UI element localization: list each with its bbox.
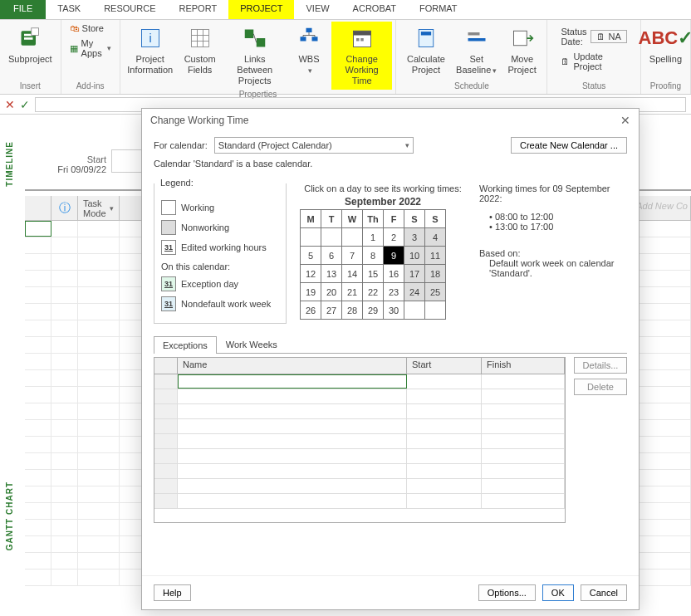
tab-view[interactable]: VIEW <box>294 0 341 19</box>
set-baseline-button[interactable]: Set Baseline▾ <box>454 22 499 80</box>
dialog-title: Change Working Time <box>150 115 249 126</box>
calendar-day-5[interactable]: 5 <box>301 247 321 265</box>
calendar-day-15[interactable]: 15 <box>363 265 384 283</box>
calendar-day-27[interactable]: 27 <box>321 301 342 320</box>
add-new-column[interactable]: Add New Co <box>636 201 688 211</box>
calendar-icon <box>349 25 375 51</box>
options-button[interactable]: Options... <box>478 584 536 601</box>
tab-format[interactable]: FORMAT <box>408 0 469 19</box>
project-information-button[interactable]: i Project Information <box>124 22 177 79</box>
calendar-day-17[interactable]: 17 <box>404 265 425 283</box>
move-project-button[interactable]: Move Project <box>501 22 544 79</box>
info-icon: ⓘ <box>56 201 72 216</box>
calendar-day-8[interactable]: 8 <box>363 247 384 265</box>
calendar-day-24[interactable]: 24 <box>404 283 425 301</box>
group-insert: Subproject Insert <box>0 20 61 94</box>
change-working-time-button[interactable]: Change Working Time <box>331 22 392 90</box>
svg-rect-25 <box>421 32 431 35</box>
subproject-icon <box>17 25 43 51</box>
calendar-day-18[interactable]: 18 <box>425 265 446 283</box>
calculate-project-button[interactable]: Calculate Project <box>399 22 452 79</box>
for-calendar-label: For calendar: <box>154 140 208 150</box>
tab-resource[interactable]: RESOURCE <box>92 0 167 19</box>
ok-button[interactable]: OK <box>542 584 574 601</box>
calendar-day-28[interactable]: 28 <box>342 301 363 320</box>
calendar-day-26[interactable]: 26 <box>301 301 321 320</box>
tab-acrobat[interactable]: ACROBAT <box>341 0 408 19</box>
create-new-calendar-button[interactable]: Create New Calendar ... <box>511 137 627 154</box>
links-between-projects-button[interactable]: Links Between Projects <box>223 22 287 90</box>
status-date-row: Status Date: 🗓 NA <box>556 25 631 48</box>
calendar-day-16[interactable]: 16 <box>384 265 404 283</box>
tab-project[interactable]: PROJECT <box>228 0 294 19</box>
calendar-day-20[interactable]: 20 <box>321 283 342 301</box>
tab-report[interactable]: REPORT <box>168 0 229 19</box>
baseline-icon <box>463 25 490 51</box>
svg-rect-11 <box>244 30 253 39</box>
tab-task[interactable]: TASK <box>46 0 92 19</box>
close-icon[interactable]: ✕ <box>620 114 630 127</box>
exceptions-row-header[interactable] <box>154 358 178 374</box>
grid-header-info[interactable]: ⓘ <box>51 196 78 220</box>
move-icon <box>509 25 536 51</box>
grid-header-blank[interactable] <box>25 196 51 220</box>
calendar-day-11[interactable]: 11 <box>425 247 446 265</box>
svg-rect-22 <box>356 38 360 42</box>
grid-header-taskmode[interactable]: Task Mode ▾ <box>78 196 120 220</box>
help-button[interactable]: Help <box>154 584 191 601</box>
exceptions-header-start[interactable]: Start <box>407 358 482 374</box>
working-time-1: 08:00 to 12:00 <box>489 212 627 222</box>
calendar-day-9[interactable]: 9 <box>384 247 404 265</box>
subproject-button[interactable]: Subproject <box>3 22 57 68</box>
svg-rect-13 <box>306 28 312 32</box>
svg-rect-6 <box>191 30 208 47</box>
group-proofing: ABC✓ Spelling Proofing <box>641 20 691 94</box>
calendar-grid[interactable]: MTWThFSS 1234567891011121314151617181920… <box>300 209 446 320</box>
calendar-day-7[interactable]: 7 <box>342 247 363 265</box>
calendar-day-2[interactable]: 2 <box>384 228 404 247</box>
status-date-field[interactable]: 🗓 NA <box>591 30 627 43</box>
exceptions-table[interactable]: Name Start Finish <box>154 357 566 523</box>
store-button[interactable]: 🛍 Store <box>65 22 116 35</box>
tab-exceptions[interactable]: Exceptions <box>154 336 217 354</box>
myapps-button[interactable]: ▦ My Apps ▾ <box>65 37 116 60</box>
exceptions-header-finish[interactable]: Finish <box>482 358 565 374</box>
calendar-day-10[interactable]: 10 <box>404 247 425 265</box>
calendar-day-13[interactable]: 13 <box>321 265 342 283</box>
cancel-entry-icon[interactable]: ✕ <box>5 98 15 111</box>
calendar-day-1[interactable]: 1 <box>363 228 384 247</box>
calendar-day-23[interactable]: 23 <box>384 283 404 301</box>
calendar-day-4[interactable]: 4 <box>425 228 446 247</box>
calendar-day-14[interactable]: 14 <box>342 265 363 283</box>
update-project-button[interactable]: 🗓 Update Project <box>556 50 631 73</box>
legend-box: Working Nonworking 31Edited working hour… <box>154 183 287 324</box>
accept-entry-icon[interactable]: ✓ <box>20 98 30 111</box>
delete-button[interactable]: Delete <box>574 379 627 395</box>
grid-first-cell[interactable] <box>25 221 51 237</box>
calendar-day-25[interactable]: 25 <box>425 283 446 301</box>
calendar-day-21[interactable]: 21 <box>342 283 363 301</box>
legend-edited-swatch: 31 <box>161 240 176 255</box>
wbs-icon <box>296 25 322 51</box>
exceptions-header-name[interactable]: Name <box>178 358 407 374</box>
tab-work-weeks[interactable]: Work Weeks <box>217 335 287 353</box>
calendar-day-3[interactable]: 3 <box>404 228 425 247</box>
cancel-button[interactable]: Cancel <box>581 584 627 601</box>
group-schedule: Calculate Project Set Baseline▾ Move Pro… <box>396 20 547 94</box>
tab-file[interactable]: FILE <box>0 0 46 19</box>
calendar-day-19[interactable]: 19 <box>301 283 321 301</box>
calendar-day-6[interactable]: 6 <box>321 247 342 265</box>
links-icon <box>242 25 268 51</box>
calendar-day-22[interactable]: 22 <box>363 283 384 301</box>
calendar-select[interactable]: Standard (Project Calendar) ▾ <box>214 137 414 154</box>
working-time-2: 13:00 to 17:00 <box>489 222 627 232</box>
calendar-day-29[interactable]: 29 <box>363 301 384 320</box>
details-button[interactable]: Details... <box>574 357 627 374</box>
calendar-day-12[interactable]: 12 <box>301 265 321 283</box>
custom-fields-button[interactable]: Custom Fields <box>179 22 222 79</box>
calendar-day-30[interactable]: 30 <box>384 301 404 320</box>
timeline-start-date: Fri 09/09/22 <box>48 164 106 174</box>
wbs-button[interactable]: WBS▾ <box>288 22 330 80</box>
spelling-button[interactable]: ABC✓ Spelling <box>644 22 687 68</box>
update-icon: 🗓 <box>561 56 570 66</box>
